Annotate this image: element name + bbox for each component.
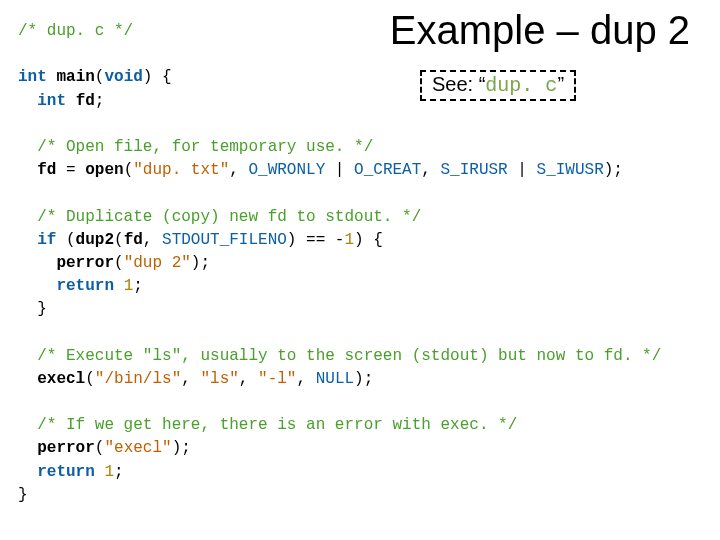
- code-number: 1: [344, 231, 354, 249]
- code-keyword: return: [56, 277, 114, 295]
- code-comment: /* Open file, for temporary use. */: [37, 138, 373, 156]
- code-const: NULL: [316, 370, 354, 388]
- code-ident: fd: [37, 161, 56, 179]
- code-func: execl: [37, 370, 85, 388]
- code-string: "-l": [258, 370, 296, 388]
- code-const: O_CREAT: [354, 161, 421, 179]
- code-string: "ls": [200, 370, 238, 388]
- code-comment: /* If we get here, there is an error wit…: [37, 416, 517, 434]
- code-type: int: [18, 68, 47, 86]
- code-func: main: [56, 68, 94, 86]
- code-const: S_IWUSR: [537, 161, 604, 179]
- code-number: 1: [124, 277, 134, 295]
- code-block: /* dup. c */ int main(void) { int fd; /*…: [18, 20, 661, 507]
- code-const: O_WRONLY: [248, 161, 325, 179]
- slide: Example – dup 2 See: “dup. c” /* dup. c …: [0, 0, 720, 540]
- code-ident: fd: [124, 231, 143, 249]
- code-string: "dup. txt": [133, 161, 229, 179]
- code-ident: fd: [76, 92, 95, 110]
- code-const: STDOUT_FILENO: [162, 231, 287, 249]
- code-type: void: [104, 68, 142, 86]
- code-string: "/bin/ls": [95, 370, 181, 388]
- code-func: open: [85, 161, 123, 179]
- code-number: 1: [104, 463, 114, 481]
- code-func: dup2: [76, 231, 114, 249]
- code-func: perror: [56, 254, 114, 272]
- code-comment: /* Execute "ls", usually to the screen (…: [37, 347, 661, 365]
- code-string: "dup 2": [124, 254, 191, 272]
- code-comment: /* dup. c */: [18, 22, 133, 40]
- code-keyword: if: [37, 231, 56, 249]
- code-keyword: return: [37, 463, 95, 481]
- code-const: S_IRUSR: [441, 161, 508, 179]
- code-string: "execl": [104, 439, 171, 457]
- code-comment: /* Duplicate (copy) new fd to stdout. */: [37, 208, 421, 226]
- code-type: int: [37, 92, 66, 110]
- code-func: perror: [37, 439, 95, 457]
